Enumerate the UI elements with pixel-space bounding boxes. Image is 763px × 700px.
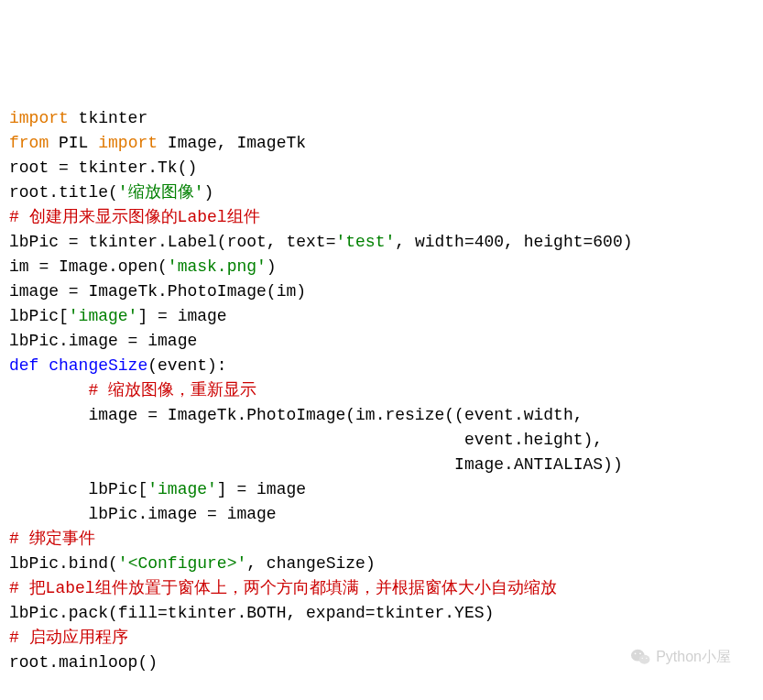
- code-text: , width=400, height=600): [395, 233, 632, 251]
- code-text: , changeSize): [246, 554, 375, 573]
- code-line-8: lbPic = tkinter.Label(root, text='test',…: [9, 230, 754, 255]
- code-line-23: # 把Label组件放置于窗体上，两个方向都填满，并根据窗体大小自动缩放: [9, 576, 754, 601]
- svg-point-3: [639, 652, 641, 654]
- comment: # 缩放图像，重新显示: [9, 381, 256, 399]
- svg-point-5: [646, 658, 647, 659]
- wechat-icon: [630, 648, 650, 666]
- code-text: ): [203, 183, 213, 202]
- code-text: ] = image: [217, 480, 306, 498]
- svg-point-1: [639, 655, 650, 664]
- string-literal: '缩放图像': [118, 183, 204, 202]
- code-text: im = Image.open(: [9, 257, 168, 276]
- code-block: import tkinterfrom PIL import Image, Ima…: [9, 106, 754, 675]
- code-line-5: root.title('缩放图像'): [9, 180, 754, 205]
- code-line-10: image = ImageTk.PhotoImage(im): [9, 279, 754, 304]
- code-text: (event):: [147, 356, 226, 375]
- code-text: lbPic.bind(: [9, 554, 118, 573]
- code-text: lbPic[: [9, 307, 69, 325]
- comment: # 绑定事件: [9, 530, 95, 548]
- code-text: image = ImageTk.PhotoImage(im): [9, 282, 306, 301]
- svg-point-2: [635, 652, 637, 654]
- code-text: tkinter: [69, 109, 147, 127]
- string-literal: 'image': [69, 307, 138, 325]
- code-text: lbPic.image = image: [9, 505, 277, 523]
- string-literal: 'image': [147, 480, 217, 498]
- code-text: lbPic[: [9, 480, 147, 498]
- comment: # 把Label组件放置于窗体上，两个方向都填满，并根据窗体大小自动缩放: [9, 579, 557, 597]
- code-text: root.mainloop(): [9, 653, 158, 672]
- watermark: Python小屋: [630, 646, 731, 668]
- keyword-def: def: [9, 356, 38, 375]
- string-literal: 'test': [335, 233, 395, 251]
- code-line-7: # 创建用来显示图像的Label组件: [9, 205, 754, 230]
- keyword-import: import: [9, 109, 69, 127]
- code-text: ): [267, 257, 277, 276]
- code-line-4: root = tkinter.Tk(): [9, 156, 754, 180]
- code-line-20: lbPic.image = image: [9, 502, 754, 527]
- code-line-15: # 缩放图像，重新显示: [9, 378, 754, 403]
- code-text: Image, ImageTk: [158, 134, 306, 152]
- code-text: lbPic = tkinter.Label(root, text=: [9, 233, 335, 251]
- code-text: PIL: [49, 134, 98, 152]
- function-name: changeSize: [38, 356, 147, 375]
- code-line-24: lbPic.pack(fill=tkinter.BOTH, expand=tki…: [9, 601, 754, 626]
- string-literal: '<Configure>': [118, 554, 246, 573]
- code-text: lbPic.image = image: [9, 332, 197, 350]
- comment: # 创建用来显示图像的Label组件: [9, 208, 260, 226]
- code-text: event.height),: [9, 431, 603, 449]
- keyword-import: import: [98, 134, 158, 152]
- svg-point-4: [642, 658, 643, 659]
- code-line-11: lbPic['image'] = image: [9, 304, 754, 329]
- code-text: root = tkinter.Tk(): [9, 159, 197, 177]
- code-line-9: im = Image.open('mask.png'): [9, 255, 754, 279]
- code-line-12: lbPic.image = image: [9, 329, 754, 354]
- code-line-21: # 绑定事件: [9, 527, 754, 552]
- code-line-17: event.height),: [9, 428, 754, 453]
- comment: # 启动应用程序: [9, 629, 128, 647]
- code-line-2: from PIL import Image, ImageTk: [9, 131, 754, 156]
- code-line-1: import tkinter: [9, 106, 754, 131]
- code-text: lbPic.pack(fill=tkinter.BOTH, expand=tki…: [9, 604, 494, 622]
- code-line-19: lbPic['image'] = image: [9, 477, 754, 502]
- code-line-18: Image.ANTIALIAS)): [9, 453, 754, 477]
- code-line-22: lbPic.bind('<Configure>', changeSize): [9, 552, 754, 576]
- keyword-from: from: [9, 134, 49, 152]
- watermark-text: Python小屋: [656, 646, 731, 668]
- code-text: ] = image: [137, 307, 226, 325]
- code-line-16: image = ImageTk.PhotoImage(im.resize((ev…: [9, 403, 754, 428]
- code-line-14: def changeSize(event):: [9, 354, 754, 378]
- code-text: image = ImageTk.PhotoImage(im.resize((ev…: [9, 406, 583, 424]
- string-literal: 'mask.png': [168, 257, 267, 276]
- code-text: Image.ANTIALIAS)): [9, 455, 623, 474]
- code-text: root.title(: [9, 183, 118, 202]
